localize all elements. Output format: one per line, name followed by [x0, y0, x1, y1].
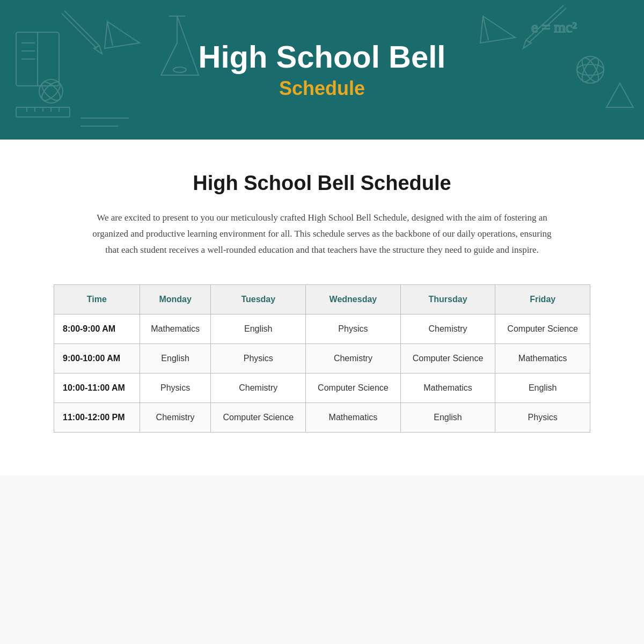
cell-monday-row-1: English	[140, 344, 211, 374]
cell-tuesday-row-1: Physics	[211, 344, 306, 374]
cell-wednesday-row-1: Chemistry	[306, 344, 401, 374]
col-header-time: Time	[54, 285, 140, 314]
table-header: Time Monday Tuesday Wednesday Thursday F…	[54, 285, 590, 314]
intro-text: We are excited to present to you our met…	[91, 210, 553, 258]
page-heading: High School Bell Schedule	[54, 172, 590, 195]
svg-marker-31	[606, 83, 633, 107]
svg-point-33	[173, 67, 186, 72]
cell-wednesday-row-2: Computer Science	[306, 374, 401, 403]
svg-line-5	[64, 11, 99, 46]
schedule-table: Time Monday Tuesday Wednesday Thursday F…	[54, 284, 590, 433]
svg-point-14	[577, 56, 604, 83]
svg-line-19	[529, 8, 566, 43]
svg-marker-20	[523, 40, 531, 48]
svg-marker-11	[105, 21, 140, 48]
table-body: 8:00-9:00 AMMathematicsEnglishPhysicsChe…	[54, 314, 590, 433]
time-cell-row-2: 10:00-11:00 AM	[54, 374, 140, 403]
svg-point-16	[579, 55, 602, 84]
cell-thursday-row-3: English	[400, 403, 495, 433]
svg-line-22	[483, 16, 488, 40]
col-header-monday: Monday	[140, 285, 211, 314]
svg-marker-7	[94, 46, 102, 54]
banner-title-main: High School Bell	[199, 40, 446, 74]
table-row: 9:00-10:00 AMEnglishPhysicsChemistryComp…	[54, 344, 590, 374]
svg-rect-25	[16, 107, 70, 117]
svg-text:e = mc²: e = mc²	[531, 19, 577, 35]
col-header-friday: Friday	[495, 285, 590, 314]
col-header-thursday: Thursday	[400, 285, 495, 314]
col-header-tuesday: Tuesday	[211, 285, 306, 314]
time-cell-row-1: 9:00-10:00 AM	[54, 344, 140, 374]
cell-tuesday-row-2: Chemistry	[211, 374, 306, 403]
cell-monday-row-3: Chemistry	[140, 403, 211, 433]
cell-friday-row-2: English	[495, 374, 590, 403]
cell-friday-row-1: Mathematics	[495, 344, 590, 374]
banner: e = mc²	[0, 0, 644, 140]
cell-thursday-row-0: Chemistry	[400, 314, 495, 344]
cell-tuesday-row-0: English	[211, 314, 306, 344]
svg-marker-21	[480, 16, 515, 43]
svg-point-8	[39, 79, 63, 103]
cell-thursday-row-1: Computer Science	[400, 344, 495, 374]
cell-tuesday-row-3: Computer Science	[211, 403, 306, 433]
cell-monday-row-0: Mathematics	[140, 314, 211, 344]
time-cell-row-0: 8:00-9:00 AM	[54, 314, 140, 344]
cell-friday-row-0: Computer Science	[495, 314, 590, 344]
cell-monday-row-2: Physics	[140, 374, 211, 403]
banner-title-sub: Schedule	[279, 77, 365, 100]
time-cell-row-3: 11:00-12:00 PM	[54, 403, 140, 433]
svg-line-6	[62, 13, 97, 48]
table-row: 10:00-11:00 AMPhysicsChemistryComputer S…	[54, 374, 590, 403]
cell-wednesday-row-3: Mathematics	[306, 403, 401, 433]
cell-wednesday-row-0: Physics	[306, 314, 401, 344]
svg-rect-0	[16, 32, 59, 86]
main-content: High School Bell Schedule We are excited…	[0, 140, 644, 475]
svg-point-17	[579, 55, 602, 84]
svg-point-10	[39, 79, 63, 103]
table-row: 8:00-9:00 AMMathematicsEnglishPhysicsChe…	[54, 314, 590, 344]
table-row: 11:00-12:00 PMChemistryComputer ScienceM…	[54, 403, 590, 433]
svg-line-18	[526, 5, 564, 40]
cell-friday-row-3: Physics	[495, 403, 590, 433]
col-header-wednesday: Wednesday	[306, 285, 401, 314]
cell-thursday-row-2: Mathematics	[400, 374, 495, 403]
svg-point-9	[39, 79, 63, 103]
svg-point-15	[577, 64, 604, 75]
svg-line-12	[107, 21, 113, 46]
header-row: Time Monday Tuesday Wednesday Thursday F…	[54, 285, 590, 314]
